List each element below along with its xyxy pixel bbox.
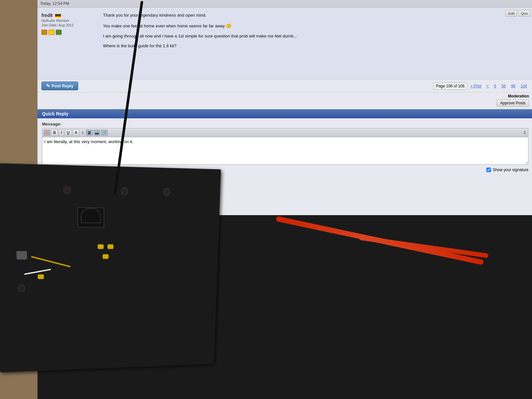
page-96-link[interactable]: 96 (509, 83, 517, 89)
user-role: diyAudio Member (41, 19, 94, 22)
post-line-4: Where is the build guide for the 1.6 kit… (103, 43, 528, 50)
palette-icon[interactable]: 🎨 (44, 130, 50, 136)
terminal-2 (108, 244, 113, 249)
xlr-connector (77, 207, 104, 228)
post-line-2: You make one feel at home even when home… (103, 22, 528, 30)
prev-page-link[interactable]: < (485, 83, 491, 89)
terminal-3 (103, 254, 109, 259)
page-56-link[interactable]: 56 (499, 83, 508, 89)
post-reply-label: Post Reply (52, 83, 73, 88)
insert-icon[interactable]: 📷 (94, 130, 100, 136)
post-line-3: I am going through all now and i have a … (103, 33, 528, 40)
post-reply-container: ✎ Post Reply (41, 81, 78, 90)
first-page-link[interactable]: « First (468, 83, 483, 89)
image-icon[interactable]: 🖼 (86, 130, 93, 136)
editor-toolbar: 🎨 B I U A ▼ 🖼 📷 🔗 ⇕ (42, 128, 528, 137)
italic-button[interactable]: I (59, 129, 64, 136)
font-color-button[interactable]: A (73, 129, 80, 136)
wire-gold (31, 256, 71, 267)
moderation-title: Moderation (41, 94, 529, 98)
color-dropdown-icon[interactable]: ▼ (80, 131, 85, 135)
join-date: Join Date: Aug 2012 (41, 23, 94, 27)
terminal-4 (38, 274, 44, 279)
component-small (16, 251, 27, 259)
post-line-1: Thank you for your legendary kindness an… (103, 12, 528, 19)
pagination: Page 106 of 106 « First < 6 56 96 104 (433, 82, 529, 90)
board-hole-2 (121, 187, 128, 195)
board-hole-1 (63, 186, 71, 194)
resize-handle[interactable]: ⇕ (523, 130, 527, 135)
user-flag-icon (55, 14, 61, 18)
post-area: fred8 diyAudio Member Join Date: Aug 201… (37, 7, 532, 79)
user-sidebar: fred8 diyAudio Member Join Date: Aug 201… (37, 10, 98, 77)
show-signature-checkbox[interactable] (486, 168, 491, 172)
post-action-buttons: Edit Quo (506, 10, 530, 17)
post-content: Thank you for your legendary kindness an… (98, 10, 532, 77)
board-hole-3 (163, 188, 170, 196)
navigation-bar: ✎ Post Reply Page 106 of 106 « First < 6… (37, 79, 532, 93)
user-icons-row (41, 30, 94, 35)
page-104-link[interactable]: 104 (519, 83, 529, 89)
wire-white (24, 269, 51, 275)
approve-posts-button[interactable]: Approve Posts (496, 99, 529, 107)
hardware-overlay (0, 170, 228, 399)
smiley-emoji: 🙂 (226, 22, 231, 29)
message-label: Message: (42, 122, 528, 126)
post-reply-icon: ✎ (46, 83, 50, 88)
quick-reply-title: Quick Reply (42, 111, 68, 116)
profile-icon (56, 30, 62, 35)
moderation-section: Moderation Approve Posts (37, 93, 532, 108)
user-name-row: fred8 (41, 13, 94, 18)
link-icon[interactable]: 🔗 (101, 130, 108, 136)
message-textarea[interactable]: I am literally, at this very moment, wor… (42, 137, 528, 165)
warn-icon (49, 30, 54, 35)
top-bar: Today, 12:54 PM (37, 0, 532, 7)
page-6-link[interactable]: 6 (492, 83, 498, 89)
post-reply-button[interactable]: ✎ Post Reply (41, 81, 78, 90)
terminal-1 (98, 244, 104, 249)
board-hole-4 (18, 285, 25, 292)
pcb-board (0, 163, 221, 372)
quick-reply-header: Quick Reply (37, 109, 532, 118)
bold-button[interactable]: B (51, 129, 58, 136)
quote-button[interactable]: Quo (518, 10, 530, 17)
reputation-icon (41, 30, 47, 35)
underline-button[interactable]: U (65, 129, 72, 136)
post-text: Thank you for your legendary kindness an… (103, 12, 528, 50)
show-signature-label: Show your signature (493, 168, 528, 172)
username: fred8 (41, 13, 52, 18)
page-info: Page 106 of 106 (433, 82, 467, 90)
edit-button[interactable]: Edit (506, 10, 517, 17)
timestamp: Today, 12:54 PM (40, 1, 69, 6)
